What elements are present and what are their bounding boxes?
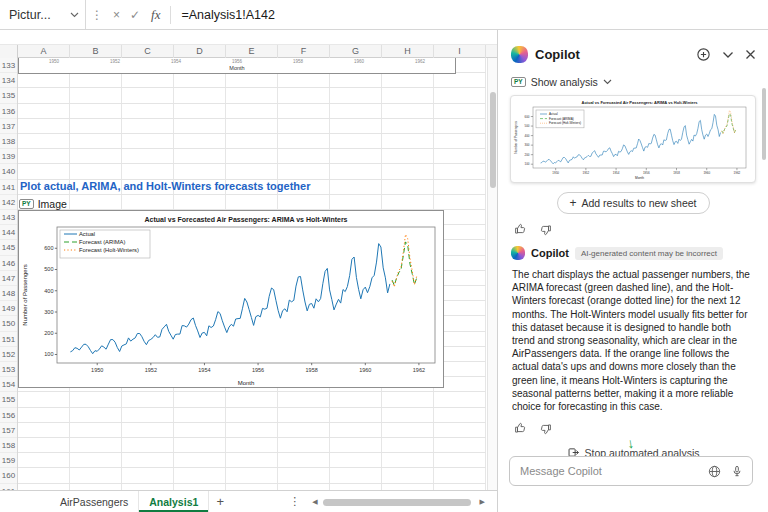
globe-icon[interactable] <box>707 464 722 479</box>
row-header-147[interactable]: 147 <box>0 271 17 286</box>
row-header-157[interactable]: 157 <box>0 423 17 438</box>
vertical-scrollbar[interactable] <box>487 58 497 490</box>
kebab-icon[interactable]: ⋮ <box>91 8 103 22</box>
svg-text:1962: 1962 <box>734 171 741 175</box>
row-header-145[interactable]: 145 <box>0 240 17 255</box>
column-header-I[interactable]: I <box>434 45 486 58</box>
copilot-panel: Copilot PY Show analysis Actual vs Forec… <box>497 30 768 512</box>
microphone-icon[interactable] <box>730 464 744 479</box>
column-header-F[interactable]: F <box>278 45 330 58</box>
row-header-155[interactable]: 155 <box>0 392 17 407</box>
embedded-chart-partial[interactable]: 1950195219541956195819601962 Month <box>18 58 456 74</box>
remnant-tick-label: 1962 <box>415 59 425 64</box>
row-header-152[interactable]: 152 <box>0 347 17 362</box>
close-icon[interactable] <box>745 49 756 60</box>
scroll-left-icon[interactable]: ◀ <box>312 498 317 506</box>
analysis-chart-card[interactable]: Actual vs Forecasted Air Passengers: ARI… <box>510 95 756 183</box>
copilot-title: Copilot <box>535 47 689 62</box>
svg-text:Forecast (Holt-Winters): Forecast (Holt-Winters) <box>549 121 581 125</box>
column-header-A[interactable]: A <box>18 45 70 58</box>
column-header-G[interactable]: G <box>330 45 382 58</box>
thumbs-up-icon[interactable] <box>513 222 528 237</box>
row-header-140[interactable]: 140 <box>0 164 17 179</box>
thumbs-down-icon[interactable] <box>538 222 553 237</box>
remnant-xlabel: Month <box>19 65 455 71</box>
sheet-tab-AirPassengers[interactable]: AirPassengers <box>50 491 139 512</box>
thumbs-up-icon[interactable] <box>513 421 528 436</box>
row-header-144[interactable]: 144 <box>0 225 17 240</box>
row-header-149[interactable]: 149 <box>0 301 17 316</box>
row-header-139[interactable]: 139 <box>0 149 17 164</box>
column-header-C[interactable]: C <box>122 45 174 58</box>
show-analysis[interactable]: PY Show analysis <box>511 76 768 88</box>
row-header-136[interactable]: 136 <box>0 104 17 119</box>
svg-text:Actual: Actual <box>79 231 95 237</box>
svg-text:400: 400 <box>524 134 529 138</box>
row-header-142[interactable]: 142 <box>0 195 17 210</box>
row-header-150[interactable]: 150 <box>0 316 17 331</box>
thumbnail-chart-svg: Actual vs Forecasted Air Passengers: ARI… <box>512 97 752 181</box>
row-header-160[interactable]: 160 <box>0 468 17 483</box>
row-header-154[interactable]: 154 <box>0 377 17 392</box>
column-header-D[interactable]: D <box>174 45 226 58</box>
row-header-138[interactable]: 138 <box>0 134 17 149</box>
name-box[interactable]: Pictur... <box>0 0 86 29</box>
cancel-icon[interactable]: × <box>113 8 120 22</box>
message-input-container <box>509 456 753 486</box>
row-header-135[interactable]: 135 <box>0 88 17 103</box>
add-results-label: Add results to new sheet <box>582 197 697 209</box>
row-header-148[interactable]: 148 <box>0 286 17 301</box>
svg-text:Actual: Actual <box>549 112 558 116</box>
svg-text:Actual vs Forecasted Air Passe: Actual vs Forecasted Air Passengers: ARI… <box>145 216 348 224</box>
row-header-133[interactable]: 133 <box>0 58 17 73</box>
row-header-141[interactable]: 141 <box>0 180 17 195</box>
remnant-tick-label: 1956 <box>232 59 242 64</box>
row-header-134[interactable]: 134 <box>0 73 17 88</box>
sheet-list-icon[interactable]: ⋮ <box>289 495 300 508</box>
confirm-icon[interactable]: ✓ <box>130 8 140 22</box>
column-header-E[interactable]: E <box>226 45 278 58</box>
add-results-button[interactable]: + Add results to new sheet <box>557 192 710 214</box>
row-header-153[interactable]: 153 <box>0 362 17 377</box>
name-box-value: Pictur... <box>9 8 70 22</box>
row-header-158[interactable]: 158 <box>0 438 17 453</box>
scroll-right-icon[interactable]: ▶ <box>480 498 485 506</box>
embedded-chart[interactable]: Actual vs Forecasted Air Passengers: ARI… <box>18 210 444 388</box>
row-header-151[interactable]: 151 <box>0 332 17 347</box>
insert-function-icon[interactable]: fx <box>151 7 160 23</box>
formula-input[interactable]: =Analysis1!A142 <box>181 8 274 22</box>
select-all-corner[interactable] <box>0 45 18 58</box>
column-header-H[interactable]: H <box>382 45 434 58</box>
chevron-down-icon[interactable] <box>722 51 734 59</box>
svg-text:200: 200 <box>44 330 53 336</box>
python-image-cell[interactable]: PY Image <box>19 197 67 211</box>
svg-text:600: 600 <box>524 115 529 119</box>
cell-heading-text[interactable]: Plot actual, ARIMA, and Holt-Winters for… <box>20 180 310 192</box>
add-sheet-button[interactable]: + <box>209 491 231 512</box>
row-gutter: 1331341351361371381391401411421431441451… <box>0 58 18 490</box>
vertical-scrollbar-thumb[interactable] <box>490 92 496 188</box>
row-header-156[interactable]: 156 <box>0 408 17 423</box>
row-header-143[interactable]: 143 <box>0 210 17 225</box>
row-header-137[interactable]: 137 <box>0 119 17 134</box>
row-header-146[interactable]: 146 <box>0 256 17 271</box>
column-header-B[interactable]: B <box>70 45 122 58</box>
svg-text:Month: Month <box>238 380 255 386</box>
svg-text:1956: 1956 <box>643 171 650 175</box>
horizontal-scrollbar[interactable]: ◀ ▶ <box>312 498 485 506</box>
row-header-159[interactable]: 159 <box>0 453 17 468</box>
panel-scrollbar[interactable] <box>762 88 766 160</box>
horizontal-scrollbar-thumb[interactable] <box>323 499 471 506</box>
remnant-tick-label: 1958 <box>293 59 303 64</box>
svg-text:300: 300 <box>44 309 53 315</box>
thumbs-down-icon[interactable] <box>538 421 553 436</box>
message-input[interactable] <box>520 465 699 477</box>
air-passengers-chart: Actual vs Forecasted Air Passengers: ARI… <box>19 211 443 391</box>
svg-text:Forecast (ARIMA): Forecast (ARIMA) <box>79 239 125 245</box>
new-chat-icon[interactable] <box>696 47 711 62</box>
plus-icon: + <box>570 198 577 208</box>
svg-text:Number of Passengers: Number of Passengers <box>514 121 518 154</box>
svg-text:500: 500 <box>524 124 529 128</box>
svg-text:300: 300 <box>524 143 529 147</box>
sheet-tab-Analysis1[interactable]: Analysis1 <box>139 491 209 512</box>
